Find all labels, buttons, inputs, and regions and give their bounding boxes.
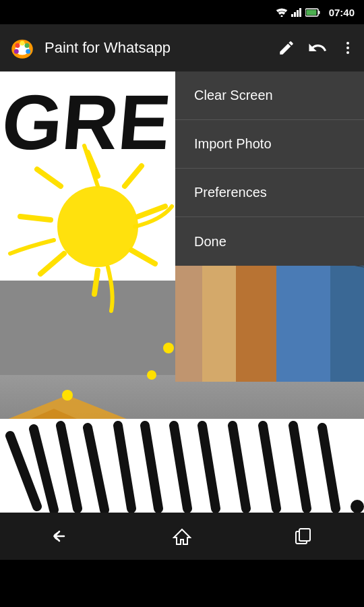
recent-apps-icon — [295, 527, 312, 545]
back-icon — [51, 528, 71, 544]
home-icon — [173, 527, 191, 546]
svg-rect-7 — [318, 11, 320, 14]
svg-rect-4 — [299, 8, 301, 17]
canvas-area[interactable]: 大 行 中 华 — [0, 71, 364, 513]
svg-point-17 — [346, 51, 349, 54]
status-time: 07:40 — [329, 7, 355, 18]
app-title: Paint for Whatsapp — [44, 39, 278, 57]
menu-item-done[interactable]: Done — [175, 217, 364, 266]
menu-item-clear-screen[interactable]: Clear Screen — [175, 71, 364, 120]
svg-line-78 — [40, 254, 64, 274]
svg-point-13 — [26, 49, 30, 54]
signal-icon — [291, 7, 302, 17]
paint-palette-icon — [8, 34, 36, 62]
dropdown-menu: Clear Screen Import Photo Preferences Do… — [175, 71, 364, 266]
recent-apps-button[interactable] — [283, 523, 324, 550]
nav-bar — [0, 513, 364, 560]
svg-point-81 — [163, 343, 174, 353]
svg-rect-100 — [299, 529, 310, 541]
toolbar-icons — [278, 38, 356, 58]
status-bar: 07:40 — [0, 0, 364, 24]
more-options-icon[interactable] — [340, 40, 356, 56]
pencil-icon[interactable] — [278, 39, 295, 57]
app-bar: Paint for Whatsapp — [0, 24, 364, 71]
home-button[interactable] — [162, 523, 202, 550]
svg-rect-6 — [306, 9, 316, 15]
wifi-icon — [276, 7, 288, 17]
svg-line-77 — [94, 270, 98, 294]
svg-point-10 — [16, 43, 20, 48]
svg-point-82 — [62, 390, 73, 401]
menu-item-preferences[interactable]: Preferences — [175, 169, 364, 217]
svg-point-11 — [20, 41, 25, 46]
svg-rect-3 — [297, 10, 299, 17]
svg-marker-98 — [174, 529, 190, 544]
menu-item-import-photo[interactable]: Import Photo — [175, 120, 364, 169]
svg-point-72 — [57, 186, 138, 267]
svg-line-74 — [125, 166, 142, 186]
svg-point-16 — [346, 47, 349, 49]
svg-line-80 — [37, 169, 61, 186]
svg-point-12 — [25, 43, 30, 48]
undo-icon[interactable] — [307, 38, 328, 58]
battery-icon — [305, 8, 320, 17]
svg-point-15 — [346, 42, 349, 45]
svg-line-79 — [20, 216, 51, 220]
svg-rect-2 — [294, 12, 296, 17]
svg-point-0 — [280, 16, 282, 18]
svg-point-14 — [14, 49, 19, 54]
svg-rect-1 — [291, 14, 293, 17]
status-icons: 07:40 — [276, 7, 355, 18]
back-button[interactable] — [40, 523, 81, 550]
svg-line-76 — [131, 250, 155, 264]
svg-point-83 — [147, 370, 156, 380]
